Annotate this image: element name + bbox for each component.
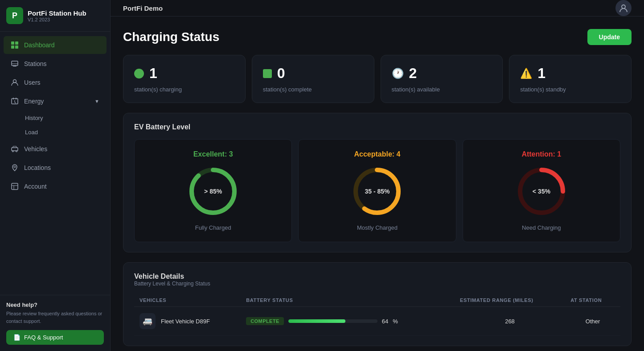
excellent-label: > 85% — [204, 188, 222, 195]
battery-pct-label: 64 — [382, 318, 388, 325]
vehicle-section-title: Vehicle Details — [134, 273, 620, 281]
sidebar-item-label: Users — [24, 79, 41, 86]
sidebar-item-users[interactable]: Users — [4, 74, 107, 91]
col-battery-status: BATTERY STATUS — [241, 294, 455, 307]
sidebar-item-label: Stations — [24, 60, 47, 67]
help-description: Please review frequently asked questions… — [6, 310, 104, 325]
dashboard-icon — [11, 41, 19, 49]
battery-card-acceptable: Acceptable: 4 35 - 85% Mostly Charged — [298, 139, 456, 242]
users-icon — [11, 78, 19, 87]
battery-card-attention: Attention: 1 < 35% Need Charging — [463, 139, 620, 242]
sidebar-logo: P PortFi Station Hub V1.2 2023 — [0, 0, 110, 32]
battery-bar-fill — [288, 319, 345, 323]
app-logo-icon: P — [6, 7, 23, 24]
sidebar-item-history[interactable]: History — [4, 111, 107, 125]
sidebar-item-label: Locations — [24, 164, 51, 171]
app-name: PortFi Station Hub — [28, 9, 86, 17]
status-card-complete: 0 station(s) complete — [252, 55, 374, 103]
status-card-charging: 1 station(s) charging — [123, 55, 246, 103]
svg-rect-15 — [12, 183, 18, 190]
sidebar-item-stations[interactable]: Stations — [4, 55, 107, 73]
page-title: Charging Status — [123, 30, 219, 44]
standby-warning-icon: ⚠️ — [520, 68, 532, 79]
complete-status-icon — [263, 69, 272, 78]
vehicle-section-subtitle: Battery Level & Charging Status — [134, 281, 620, 287]
sidebar-nav: Dashboard Stations Users — [0, 32, 110, 295]
sidebar-item-label: Vehicles — [24, 145, 47, 153]
charging-count: 1 — [149, 65, 157, 82]
available-label: station(s) available — [392, 86, 492, 93]
vehicle-range: 268 — [455, 307, 565, 336]
col-vehicles: VEHICLES — [134, 294, 241, 307]
vehicles-icon — [11, 145, 19, 153]
main-content: PortFi Demo Charging Status Update 1 sta… — [111, 0, 644, 351]
content-area: Charging Status Update 1 station(s) char… — [111, 17, 644, 351]
svg-rect-2 — [11, 45, 14, 49]
svg-point-14 — [14, 166, 16, 168]
svg-rect-3 — [15, 45, 18, 49]
battery-bar-bg — [288, 319, 377, 323]
stations-icon — [11, 60, 19, 68]
svg-point-13 — [16, 151, 17, 152]
vehicle-section: Vehicle Details Battery Level & Charging… — [123, 262, 632, 346]
vehicle-name-cell: 🚐 Fleet Vehicle D89F — [139, 313, 235, 329]
excellent-donut: > 85% — [186, 165, 240, 218]
app-version: V1.2 2023 — [28, 17, 86, 22]
excellent-title: Excellent: 3 — [193, 150, 233, 158]
svg-rect-1 — [15, 41, 18, 45]
svg-rect-0 — [11, 41, 14, 45]
sidebar-item-load[interactable]: Load — [4, 125, 107, 139]
vehicle-table: VEHICLES BATTERY STATUS ESTIMATED RANGE … — [134, 294, 620, 336]
acceptable-label: 35 - 85% — [365, 188, 390, 195]
faq-support-button[interactable]: 📄 FAQ & Support — [6, 330, 104, 345]
complete-count: 0 — [277, 65, 285, 82]
sidebar-item-energy[interactable]: Energy ▼ — [4, 92, 107, 110]
charging-label: station(s) charging — [134, 86, 234, 93]
sidebar-item-locations[interactable]: Locations — [4, 159, 107, 177]
help-title: Need help? — [6, 301, 104, 308]
acceptable-footer: Mostly Charged — [357, 224, 398, 231]
attention-title: Attention: 1 — [521, 150, 561, 158]
status-card-available: 🕐 2 station(s) available — [381, 55, 503, 103]
status-cards-row: 1 station(s) charging 0 station(s) compl… — [123, 55, 632, 103]
sidebar: P PortFi Station Hub V1.2 2023 Dashboard — [0, 0, 111, 351]
battery-section-title: EV Battery Level — [134, 123, 620, 131]
battery-section: EV Battery Level Excellent: 3 > 85% Full… — [123, 113, 632, 252]
avatar[interactable] — [615, 0, 632, 16]
svg-rect-4 — [12, 61, 18, 66]
vehicle-name: Fleet Vehicle D89F — [161, 318, 210, 325]
status-badge: COMPLETE — [246, 317, 284, 325]
svg-point-16 — [622, 5, 625, 8]
sidebar-item-label: Energy — [24, 98, 44, 105]
update-button[interactable]: Update — [587, 29, 632, 45]
col-range: ESTIMATED RANGE (MILES) — [455, 294, 565, 307]
acceptable-title: Acceptable: 4 — [354, 150, 400, 158]
sidebar-sub-label: Load — [25, 129, 38, 136]
battery-card-excellent: Excellent: 3 > 85% Fully Charged — [134, 139, 292, 242]
sidebar-item-dashboard[interactable]: Dashboard — [4, 36, 107, 54]
battery-bar-wrap: COMPLETE 64% — [246, 317, 449, 325]
sidebar-item-label: Account — [24, 183, 47, 190]
col-station: AT STATION — [565, 294, 620, 307]
battery-cards: Excellent: 3 > 85% Fully Charged Accepta… — [134, 139, 620, 242]
standby-count: 1 — [537, 65, 546, 82]
vehicle-icon: 🚐 — [139, 313, 156, 329]
excellent-footer: Fully Charged — [195, 224, 231, 231]
attention-label: < 35% — [533, 188, 550, 195]
acceptable-donut: 35 - 85% — [350, 165, 404, 218]
available-clock-icon: 🕐 — [392, 68, 404, 79]
vehicle-station: Other — [565, 307, 620, 336]
sidebar-help: Need help? Please review frequently aske… — [0, 295, 110, 351]
complete-label: station(s) complete — [263, 86, 363, 93]
charging-status-dot — [134, 69, 144, 78]
sidebar-sub-label: History — [25, 115, 43, 121]
svg-rect-5 — [13, 66, 16, 66]
account-icon — [11, 182, 19, 190]
page-header: Charging Status Update — [123, 29, 632, 45]
svg-point-12 — [12, 151, 14, 152]
locations-icon — [11, 164, 19, 172]
sidebar-item-account[interactable]: Account — [4, 178, 107, 195]
attention-footer: Need Charging — [522, 224, 561, 231]
chevron-down-icon: ▼ — [94, 99, 99, 104]
sidebar-item-vehicles[interactable]: Vehicles — [4, 140, 107, 158]
